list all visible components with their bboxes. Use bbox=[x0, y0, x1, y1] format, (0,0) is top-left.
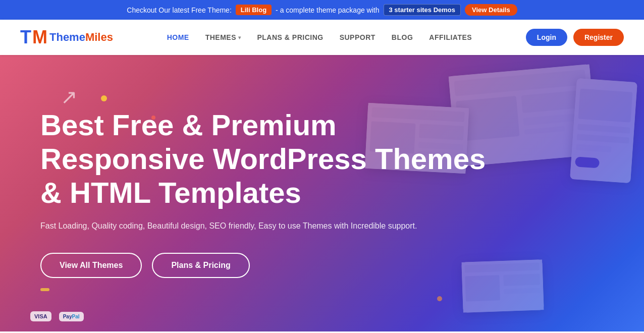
nav-item-home[interactable]: HOME bbox=[167, 33, 189, 42]
view-all-themes-button[interactable]: View All Themes bbox=[40, 253, 142, 278]
nav-link-plans[interactable]: PLANS & PRICING bbox=[257, 33, 323, 41]
nav-item-affiliates[interactable]: AFFILIATES bbox=[429, 33, 472, 42]
logo-text: ThemeMiles bbox=[49, 31, 113, 44]
announcement-suffix: - a complete theme package with bbox=[276, 6, 379, 14]
hero-title: Best Free & Premium Responsive WordPress… bbox=[40, 108, 495, 209]
deco-dot-3 bbox=[437, 296, 442, 301]
nav-link-affiliates[interactable]: AFFILIATES bbox=[429, 33, 472, 41]
login-button[interactable]: Login bbox=[526, 29, 567, 46]
payment-cards-area: VISA PayPal bbox=[30, 311, 84, 321]
logo-m-icon: M bbox=[32, 28, 47, 46]
nav-item-blog[interactable]: BLOG bbox=[392, 33, 413, 42]
logo-t-icon: T bbox=[20, 28, 31, 46]
navbar: T M ThemeMiles HOME THEMES ▾ PLANS & PRI… bbox=[0, 20, 644, 55]
nav-link-support[interactable]: SUPPORT bbox=[340, 33, 375, 41]
paypal-card: PayPal bbox=[59, 312, 84, 321]
announcement-prefix: Checkout Our latest Free Theme: bbox=[127, 6, 232, 14]
nav-link-themes[interactable]: THEMES ▾ bbox=[205, 33, 241, 41]
lili-blog-badge: Lili Blog bbox=[236, 5, 272, 15]
register-button[interactable]: Register bbox=[573, 29, 624, 46]
nav-link-blog[interactable]: BLOG bbox=[392, 33, 413, 41]
logo-theme: Theme bbox=[49, 31, 85, 43]
logo-miles: Miles bbox=[85, 31, 113, 43]
themes-chevron-down-icon: ▾ bbox=[238, 35, 241, 40]
announcement-bar: Checkout Our latest Free Theme: Lili Blo… bbox=[0, 0, 644, 20]
deco-bar-1 bbox=[40, 288, 49, 291]
nav-menu: HOME THEMES ▾ PLANS & PRICING SUPPORT BL… bbox=[167, 33, 472, 42]
starter-sites-badge: 3 starter sites Demos bbox=[384, 4, 461, 16]
nav-item-themes[interactable]: THEMES ▾ bbox=[205, 33, 241, 41]
logo[interactable]: T M ThemeMiles bbox=[20, 28, 113, 46]
nav-item-support[interactable]: SUPPORT bbox=[340, 33, 375, 42]
nav-link-home[interactable]: HOME bbox=[167, 33, 189, 41]
svg-rect-18 bbox=[578, 89, 633, 123]
deco-dot-1 bbox=[101, 95, 107, 101]
svg-rect-15 bbox=[503, 273, 540, 286]
hero-content: Best Free & Premium Responsive WordPress… bbox=[40, 108, 495, 278]
nav-actions: Login Register bbox=[526, 29, 624, 46]
view-details-button[interactable]: View Details bbox=[465, 4, 517, 16]
svg-rect-22 bbox=[575, 156, 600, 168]
device-mockup-4 bbox=[570, 78, 637, 183]
nav-item-plans[interactable]: PLANS & PRICING bbox=[257, 33, 323, 42]
visa-card: VISA bbox=[30, 311, 51, 321]
hero-subtitle: Fast Loading, Quality coding, Beautiful … bbox=[40, 219, 495, 233]
hero-buttons: View All Themes Plans & Pricing bbox=[40, 253, 495, 278]
plans-pricing-button[interactable]: Plans & Pricing bbox=[152, 253, 249, 278]
svg-rect-14 bbox=[465, 275, 500, 301]
hero-section: ↗ VISA PayPal Best Free & Premium Respon… bbox=[0, 55, 644, 331]
decorative-arrow-icon: ↗ bbox=[61, 85, 78, 108]
